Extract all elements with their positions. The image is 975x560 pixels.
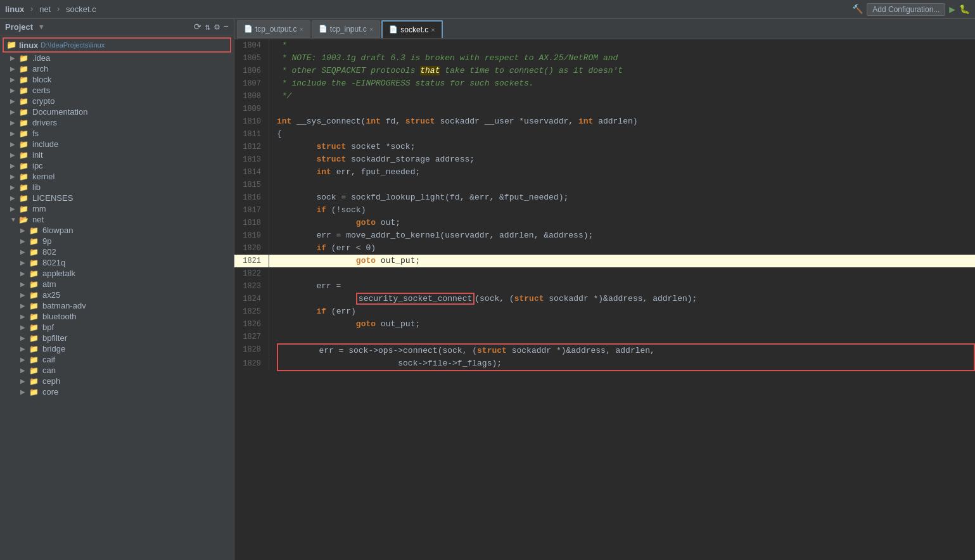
tree-item-label: certs xyxy=(32,86,50,95)
line-number: 1812 xyxy=(234,141,269,153)
sidebar-item-batmanadv[interactable]: ▶📁batman-adv xyxy=(0,300,234,311)
sync-icon[interactable]: ⟳ xyxy=(194,22,201,32)
folder-icon: 📁 xyxy=(19,172,30,181)
sidebar-item-bpf[interactable]: ▶📁bpf xyxy=(0,322,234,333)
sidebar-item-ceph[interactable]: ▶📁ceph xyxy=(0,376,234,386)
minus-icon[interactable]: − xyxy=(224,22,229,32)
line-number: 1817 xyxy=(234,204,269,217)
gear-icon[interactable]: ⚙ xyxy=(214,22,219,32)
tree-arrow-icon: ▶ xyxy=(10,151,19,158)
line-number: 1805 xyxy=(234,52,269,65)
sidebar-item-arch[interactable]: ▶📁arch xyxy=(0,63,234,74)
sidebar-item-bluetooth[interactable]: ▶📁bluetooth xyxy=(0,311,234,322)
tree-item-label: .idea xyxy=(32,53,50,63)
tree-arrow-icon: ▼ xyxy=(10,216,19,223)
tree-item-label: bpfilter xyxy=(42,333,67,343)
line-content: * NOTE: 1003.1g draft 6.3 is broken with… xyxy=(269,52,975,65)
sidebar-item-init[interactable]: ▶📁init xyxy=(0,150,234,160)
line-content: goto out_put; xyxy=(269,318,975,331)
sidebar-item-kernel[interactable]: ▶📁kernel xyxy=(0,171,234,182)
sidebar-item-documentation[interactable]: ▶📁Documentation xyxy=(0,106,234,117)
code-line-1818: 1818 goto out; xyxy=(234,217,975,229)
sidebar-item-9p[interactable]: ▶📁9p xyxy=(0,236,234,246)
debug-icon[interactable]: 🐛 xyxy=(959,4,970,15)
root-item[interactable]: 📁 linux D:\IdeaProjects\linux xyxy=(3,37,231,53)
sidebar-item-8021q[interactable]: ▶📁8021q xyxy=(0,257,234,268)
code-line-1813: 1813 struct sockaddr_storage address; xyxy=(234,153,975,166)
code-line-1805: 1805 * NOTE: 1003.1g draft 6.3 is broken… xyxy=(234,52,975,65)
sidebar-item-licenses[interactable]: ▶📁LICENSES xyxy=(0,193,234,203)
sidebar-item-net[interactable]: ▼📂net xyxy=(0,214,234,225)
dropdown-arrow-icon[interactable]: ▼ xyxy=(39,23,44,31)
line-content: int __sys_connect(int fd, struct sockadd… xyxy=(269,115,975,128)
line-content: * xyxy=(269,39,975,52)
top-bar-file2: socket.c xyxy=(66,4,96,14)
code-line-1815: 1815 xyxy=(234,179,975,191)
code-line-1816: 1816 sock = sockfd_lookup_light(fd, &err… xyxy=(234,191,975,204)
sidebar-item-can[interactable]: ▶📁can xyxy=(0,365,234,376)
tree-item-label: block xyxy=(32,75,51,84)
tab-socketc[interactable]: 📄socket.c× xyxy=(381,20,442,38)
sidebar-item-crypto[interactable]: ▶📁crypto xyxy=(0,96,234,106)
tree-arrow-icon: ▶ xyxy=(20,324,29,331)
sidebar-item-idea[interactable]: ▶📁.idea xyxy=(0,53,234,63)
tree-item-label: ax25 xyxy=(42,290,60,300)
tree-item-label: Documentation xyxy=(32,107,87,117)
folder-icon: 📁 xyxy=(29,226,41,235)
hammer-icon: 🔨 xyxy=(852,4,863,15)
line-number: 1816 xyxy=(234,191,269,204)
sidebar-item-appletalk[interactable]: ▶📁appletalk xyxy=(0,268,234,279)
sidebar-item-include[interactable]: ▶📁include xyxy=(0,139,234,150)
tree-arrow-icon: ▶ xyxy=(10,173,19,180)
top-bar-title: linux xyxy=(5,4,24,14)
tab-tcp_inputc[interactable]: 📄tcp_input.c× xyxy=(312,20,380,38)
tree-item-label: appletalk xyxy=(42,269,75,278)
add-config-button[interactable]: Add Configuration... xyxy=(867,3,945,16)
line-content: sock = sockfd_lookup_light(fd, &err, &fp… xyxy=(269,191,975,204)
tree-item-label: caif xyxy=(42,355,55,364)
sidebar-item-bridge[interactable]: ▶📁bridge xyxy=(0,343,234,354)
sidebar-item-bpfilter[interactable]: ▶📁bpfilter xyxy=(0,333,234,343)
sidebar-item-certs[interactable]: ▶📁certs xyxy=(0,85,234,96)
tree-item-label: kernel xyxy=(32,172,54,181)
code-line-1804: 1804 * xyxy=(234,39,975,52)
folder-icon: 📁 xyxy=(19,194,30,203)
filter-icon[interactable]: ⇅ xyxy=(205,22,210,32)
code-container: 1804 *1805 * NOTE: 1003.1g draft 6.3 is … xyxy=(234,39,975,371)
tab-close-icon[interactable]: × xyxy=(369,25,373,33)
line-number: 1814 xyxy=(234,166,269,179)
tree-arrow-icon: ▶ xyxy=(10,162,19,169)
sidebar-item-fs[interactable]: ▶📁fs xyxy=(0,128,234,139)
line-number: 1815 xyxy=(234,179,269,191)
sidebar-item-caif[interactable]: ▶📁caif xyxy=(0,354,234,365)
tab-tcp_outputc[interactable]: 📄tcp_output.c× xyxy=(237,20,310,38)
tree-item-label: can xyxy=(42,366,56,375)
sidebar-item-core[interactable]: ▶📁core xyxy=(0,386,234,397)
code-line-1826: 1826 goto out_put; xyxy=(234,318,975,331)
sidebar-item-block[interactable]: ▶📁block xyxy=(0,74,234,85)
tree-arrow-icon: ▶ xyxy=(10,54,19,61)
sidebar-item-lib[interactable]: ▶📁lib xyxy=(0,182,234,193)
run-icon[interactable]: ▶ xyxy=(949,3,955,16)
tab-close-icon[interactable]: × xyxy=(299,25,303,33)
tabs-container: 📄tcp_output.c×📄tcp_input.c×📄socket.c× xyxy=(237,20,443,38)
tree-arrow-icon: ▶ xyxy=(20,388,29,395)
sidebar-item-drivers[interactable]: ▶📁drivers xyxy=(0,117,234,128)
line-content: { xyxy=(269,128,975,141)
sidebar-item-ipc[interactable]: ▶📁ipc xyxy=(0,160,234,171)
sidebar-item-6lowpan[interactable]: ▶📁6lowpan xyxy=(0,225,234,236)
sidebar-item-802[interactable]: ▶📁802 xyxy=(0,246,234,257)
line-number: 1808 xyxy=(234,90,269,103)
tabs-bar: 📄tcp_output.c×📄tcp_input.c×📄socket.c× xyxy=(234,19,975,39)
tree-arrow-icon: ▶ xyxy=(20,248,29,255)
line-content: int err, fput_needed; xyxy=(269,166,975,179)
tab-close-icon[interactable]: × xyxy=(431,26,435,34)
sidebar-item-ax25[interactable]: ▶📁ax25 xyxy=(0,290,234,300)
folder-icon: 📁 xyxy=(29,366,41,375)
tree-item-label: include xyxy=(32,139,58,149)
line-number: 1818 xyxy=(234,217,269,229)
sidebar-item-mm[interactable]: ▶📁mm xyxy=(0,203,234,214)
file-tab-icon: 📄 xyxy=(244,25,253,33)
sidebar-item-atm[interactable]: ▶📁atm xyxy=(0,279,234,290)
code-editor[interactable]: 1804 *1805 * NOTE: 1003.1g draft 6.3 is … xyxy=(234,39,975,560)
